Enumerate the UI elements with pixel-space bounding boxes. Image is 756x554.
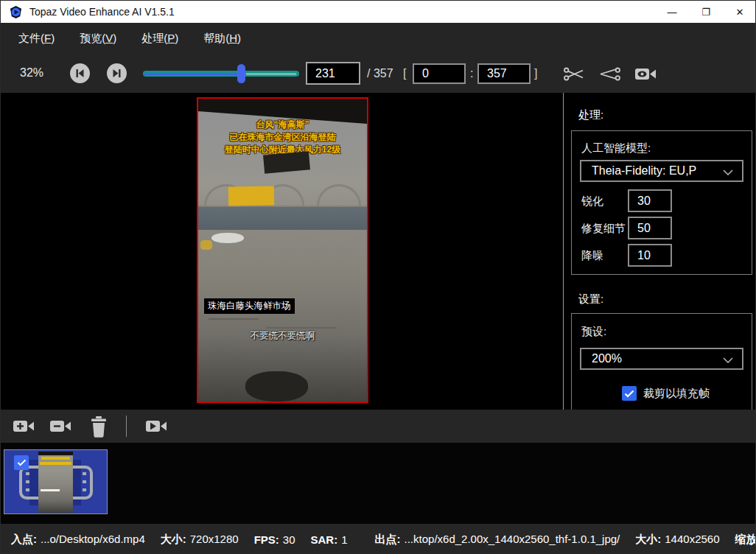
trim-start-scissors-button[interactable]: [563, 66, 585, 83]
range-bracket-open: [: [403, 67, 406, 80]
timeline-slider[interactable]: [143, 68, 299, 80]
video-wall: [198, 207, 367, 230]
maximize-button[interactable]: ❐: [689, 1, 723, 23]
app-logo-icon: [9, 5, 23, 19]
denoise-input[interactable]: [628, 244, 672, 267]
remove-clip-camera-button[interactable]: [49, 418, 73, 435]
preset-label: 预设:: [581, 325, 606, 339]
status-input-size: 大小:720x1280: [161, 533, 239, 547]
menu-process[interactable]: 处理(P): [134, 29, 186, 49]
preview-camera-eye-button[interactable]: [634, 66, 658, 83]
repair-detail-label: 修复细节: [581, 222, 626, 236]
video-water-streak: [266, 327, 337, 329]
range-bracket-close: ]: [534, 67, 537, 80]
menubar: 文件(F) 预览(V) 处理(P) 帮助(H): [1, 23, 756, 54]
video-hanging-object: [263, 151, 310, 173]
sharpen-label: 锐化: [581, 194, 603, 208]
window-controls: — ❐ ✕: [655, 1, 756, 23]
status-output-size: 大小:1440x2560: [635, 533, 719, 547]
slider-progress: [144, 73, 242, 75]
window-title: Topaz Video Enhance AI V1.5.1: [29, 6, 175, 18]
chevron-down-icon: [723, 357, 733, 363]
status-out-point: 出点:...ktop/x6d_2.00x_1440x2560_thf-1.0.1…: [375, 533, 620, 547]
statusbar: 入点:...o/Desktop/x6d.mp4 大小:720x1280 FPS:…: [1, 524, 756, 554]
delete-clip-trash-button[interactable]: [89, 416, 108, 438]
add-clip-camera-button[interactable]: [13, 418, 36, 435]
toolbar-divider: [126, 416, 127, 437]
video-dark-debris: [245, 371, 308, 402]
status-sar: SAR:1: [311, 533, 348, 546]
status-fps: FPS:30: [254, 533, 295, 546]
total-frames-label: / 357: [367, 67, 393, 80]
menu-help[interactable]: 帮助(H): [196, 29, 248, 49]
status-scale: 缩放:200%: [735, 533, 756, 547]
playback-toolbar: 32% / 357 [ : ]: [1, 54, 756, 93]
process-clip-camera-button[interactable]: [145, 418, 169, 435]
trim-end-scissors-button[interactable]: [599, 66, 621, 83]
minimize-button[interactable]: —: [655, 1, 689, 23]
ai-model-dropdown[interactable]: Theia-Fidelity: EU,P: [580, 160, 743, 182]
preset-dropdown[interactable]: 200%: [580, 348, 743, 370]
chevron-down-icon: [723, 169, 733, 175]
menu-preview[interactable]: 预览(V): [72, 29, 124, 49]
processing-section-title: 处理:: [578, 108, 603, 122]
titlebar: Topaz Video Enhance AI V1.5.1 — ❐ ✕: [1, 1, 756, 23]
skip-to-end-button[interactable]: [107, 63, 127, 83]
range-start-input[interactable]: [413, 63, 466, 84]
video-title-overlay: 台风“海高斯” 已在珠海市金湾区沿海登陆 登陆时中心附近最大风力12级: [198, 119, 367, 157]
crop-to-fill-label: 裁剪以填充帧: [643, 387, 710, 401]
crop-to-fill-checkbox[interactable]: [622, 386, 637, 401]
skip-to-end-icon: [111, 68, 122, 79]
close-button[interactable]: ✕: [723, 1, 756, 23]
checkmark-icon: [17, 459, 27, 466]
video-yellow-debris: [200, 240, 212, 249]
video-location-label: 珠海白藤头海鲜市场: [204, 298, 295, 314]
sharpen-input[interactable]: [628, 189, 672, 212]
video-yellow-sign: [228, 186, 274, 206]
skip-to-start-icon: [74, 68, 85, 79]
panel-divider: [563, 93, 564, 410]
clip-thumbnail-selected[interactable]: [4, 449, 108, 514]
video-frame: 台风“海高斯” 已在珠海市金湾区沿海登陆 登陆时中心附近最大风力12级 珠海白藤…: [197, 97, 368, 403]
range-end-input[interactable]: [477, 63, 531, 84]
settings-section-title: 设置:: [578, 292, 603, 306]
ai-model-value: Theia-Fidelity: EU,P: [592, 164, 696, 178]
status-in-point: 入点:...o/Desktop/x6d.mp4: [11, 533, 145, 547]
menu-file[interactable]: 文件(F): [11, 29, 62, 49]
clip-toolbar: [1, 410, 756, 443]
preview-area: 台风“海高斯” 已在珠海市金湾区沿海登陆 登陆时中心附近最大风力12级 珠海白藤…: [1, 93, 563, 410]
denoise-label: 降噪: [581, 249, 603, 263]
video-bridge: [198, 172, 367, 208]
zoom-level-label: 32%: [20, 66, 43, 80]
slider-remaining: [246, 73, 296, 75]
preset-value: 200%: [592, 352, 622, 365]
clip-selected-checkbox[interactable]: [14, 455, 29, 470]
app-window: Topaz Video Enhance AI V1.5.1 — ❐ ✕ 文件(F…: [0, 0, 756, 554]
video-water-streak: [209, 318, 259, 320]
repair-detail-input[interactable]: [628, 217, 672, 239]
thumbnail-video-preview: [38, 452, 73, 513]
video-caption: 不要慌不要慌啊: [198, 330, 367, 343]
clip-list: [1, 443, 756, 524]
slider-handle[interactable]: [237, 64, 245, 83]
ai-model-label: 人工智能模型:: [581, 141, 651, 155]
skip-to-start-button[interactable]: [70, 63, 90, 83]
current-frame-input[interactable]: [306, 62, 360, 85]
checkmark-icon: [624, 390, 634, 398]
range-separator: :: [470, 67, 473, 80]
video-flooded-car: [211, 233, 244, 244]
settings-sidebar: 处理: 人工智能模型: Theia-Fidelity: EU,P 锐化 修复细节…: [563, 93, 756, 410]
